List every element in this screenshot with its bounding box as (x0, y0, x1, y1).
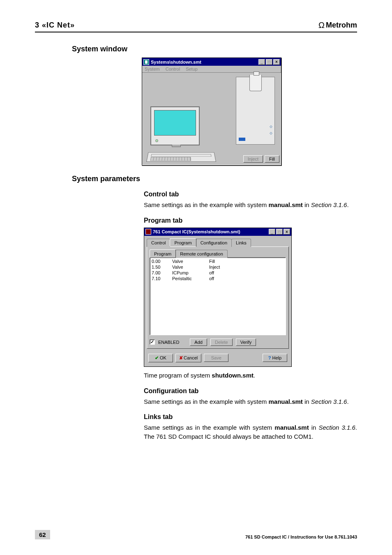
dialog-app-icon (145, 229, 151, 235)
menu-system[interactable]: System (145, 67, 160, 71)
dialog-title: 761 Compact IC(Systems\shutdown.smt) (153, 229, 268, 234)
enabled-checkbox[interactable]: ✓ (150, 339, 155, 345)
tab-program[interactable]: Program (170, 238, 196, 246)
app-icon (143, 59, 149, 65)
delete-button[interactable]: Delete (210, 339, 233, 346)
heading-configuration-tab: Configuration tab (144, 387, 357, 395)
links-tab-text: Same settings as in the example with sys… (144, 423, 357, 441)
maximize-button[interactable]: □ (266, 59, 272, 65)
tab-panel: Program Remote configuration 0.00 Valve … (147, 246, 289, 349)
cancel-button[interactable]: ✘Cancel (175, 354, 201, 362)
minimize-button[interactable]: _ (258, 59, 265, 65)
instrument-icon (236, 77, 275, 145)
heading-control-tab: Control tab (144, 191, 357, 198)
dialog-minimize-button[interactable]: _ (269, 229, 275, 235)
footer-doc-info: 761 SD Compact IC / Instructions for Use… (245, 534, 357, 539)
page-number: 62 (35, 530, 50, 539)
page-header: 3 «IC Net» ΩMetrohm (35, 21, 357, 32)
inject-button[interactable]: Inject (243, 155, 263, 163)
configuration-tab-text: Same settings as in the example with sys… (144, 397, 357, 406)
question-icon: ? (268, 355, 271, 360)
add-button[interactable]: Add (190, 339, 207, 346)
list-row[interactable]: 7.00 ICPump off (151, 270, 285, 276)
subtab-remote-config[interactable]: Remote configuration (175, 250, 228, 258)
system-window: Systems\shutdown.smt _ □ × System Contro… (142, 58, 281, 166)
page-footer: 62 761 SD Compact IC / Instructions for … (35, 530, 357, 539)
header-section-label: 3 «IC Net» (35, 21, 75, 30)
list-row[interactable]: 7.10 Peristaltic off (151, 276, 285, 281)
keyboard-icon (146, 152, 216, 162)
menu-setup[interactable]: Setup (186, 67, 198, 71)
program-caption: Time program of system shutdown.smt. (144, 371, 357, 380)
tab-control[interactable]: Control (147, 239, 170, 247)
metrohm-logo-icon: Ω (318, 21, 325, 30)
heading-system-window: System window (72, 45, 357, 53)
titlebar: Systems\shutdown.smt _ □ × (142, 58, 281, 66)
main-tab-row: Control Program Configuration Links (144, 236, 291, 246)
save-button[interactable]: Save (204, 354, 228, 362)
heading-links-tab: Links tab (144, 413, 357, 421)
menu-bar: System Control Setup (142, 66, 281, 73)
dialog-close-button[interactable]: × (284, 229, 290, 235)
x-icon: ✘ (179, 355, 183, 360)
tab-links[interactable]: Links (231, 239, 251, 247)
check-icon: ✔ (155, 355, 159, 360)
list-row[interactable]: 1.50 Valve Inject (151, 264, 285, 270)
control-tab-text: Same settings as in the example with sys… (144, 200, 357, 210)
verify-button[interactable]: Verify (236, 339, 256, 346)
enabled-label: ENABLED (158, 340, 179, 345)
heading-program-tab: Program tab (144, 217, 357, 224)
subtab-program[interactable]: Program (150, 249, 176, 258)
ok-button[interactable]: ✔OK (148, 354, 173, 362)
list-row[interactable]: 0.00 Valve Fill (151, 258, 285, 264)
tab-configuration[interactable]: Configuration (196, 239, 232, 247)
header-brand: ΩMetrohm (318, 21, 357, 30)
close-button[interactable]: × (273, 59, 280, 65)
window-title: Systems\shutdown.smt (151, 60, 258, 64)
help-button[interactable]: ?Help (263, 354, 287, 362)
heading-system-parameters: System parameters (72, 175, 357, 183)
dialog-maximize-button[interactable]: □ (276, 229, 283, 235)
computer-monitor-icon (150, 106, 200, 145)
menu-control[interactable]: Control (166, 67, 180, 71)
fill-button[interactable]: Fill (265, 155, 279, 163)
dialog-titlebar: 761 Compact IC(Systems\shutdown.smt) _ □… (144, 228, 291, 236)
program-list[interactable]: 0.00 Valve Fill 1.50 Valve Inject 7.00 I… (150, 257, 286, 335)
program-dialog: 761 Compact IC(Systems\shutdown.smt) _ □… (144, 228, 292, 367)
